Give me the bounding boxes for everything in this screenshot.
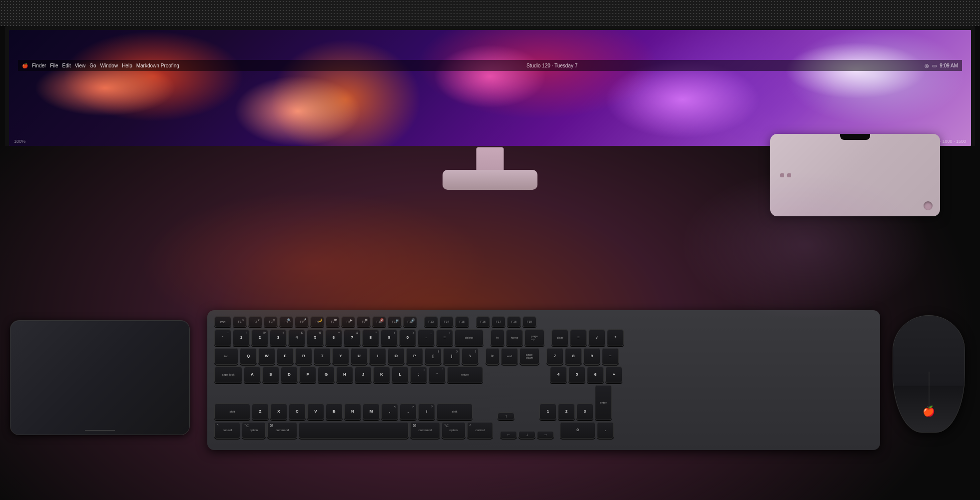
key-fn-special[interactable]: fn bbox=[490, 329, 504, 346]
key-numpad-dot[interactable]: . bbox=[597, 422, 614, 439]
key-f14[interactable]: F14 bbox=[440, 316, 454, 327]
key-u[interactable]: U bbox=[351, 348, 368, 365]
key-numpad-6[interactable]: 6 bbox=[587, 366, 604, 383]
key-capslock[interactable]: caps lock bbox=[214, 366, 242, 383]
key-numpad-5[interactable]: 5 bbox=[568, 366, 585, 383]
key-f16[interactable]: F16 bbox=[476, 316, 490, 327]
key-f12[interactable]: 🔊F12 bbox=[403, 316, 417, 327]
key-pageup[interactable]: pageup bbox=[524, 329, 544, 346]
key-lbracket[interactable]: {[ bbox=[425, 348, 442, 365]
key-arrow-up[interactable]: ↑ bbox=[497, 412, 514, 420]
key-pagedown[interactable]: pagedown bbox=[519, 348, 539, 365]
key-delete[interactable]: delete bbox=[455, 329, 484, 346]
key-numpad-7[interactable]: 7 bbox=[546, 348, 563, 365]
key-f13[interactable]: F13 bbox=[424, 316, 438, 327]
key-y[interactable]: Y bbox=[332, 348, 349, 365]
window-menu[interactable]: Window bbox=[100, 63, 118, 68]
app-name[interactable]: Markdown Proofing bbox=[136, 63, 179, 68]
key-f4[interactable]: 🔍F4 bbox=[279, 316, 293, 327]
key-control-right[interactable]: ^control bbox=[467, 422, 493, 439]
key-f9[interactable]: ⏭F9 bbox=[357, 316, 371, 327]
key-m[interactable]: M bbox=[363, 403, 380, 420]
key-b[interactable]: B bbox=[326, 403, 343, 420]
key-arrow-left[interactable]: ← bbox=[500, 431, 517, 439]
key-f19[interactable]: F19 bbox=[522, 316, 536, 327]
key-f5[interactable]: 🎤F5 bbox=[295, 316, 309, 327]
key-shift-right[interactable]: shift bbox=[437, 403, 473, 420]
key-return[interactable]: return bbox=[447, 366, 483, 383]
key-numpad-3[interactable]: 3 bbox=[576, 403, 593, 420]
key-2[interactable]: @2 bbox=[251, 329, 268, 346]
key-q[interactable]: Q bbox=[240, 348, 257, 365]
help-menu[interactable]: Help bbox=[122, 63, 132, 68]
key-1[interactable]: !1 bbox=[233, 329, 250, 346]
key-semicolon[interactable]: :; bbox=[410, 366, 427, 383]
key-t[interactable]: T bbox=[314, 348, 331, 365]
key-s[interactable]: S bbox=[262, 366, 279, 383]
key-6[interactable]: ^6 bbox=[325, 329, 342, 346]
key-8[interactable]: *8 bbox=[362, 329, 379, 346]
magic-trackpad[interactable] bbox=[10, 320, 190, 435]
key-option-right[interactable]: ⌥option bbox=[442, 422, 466, 439]
key-j[interactable]: J bbox=[355, 366, 372, 383]
key-slash[interactable]: ?/ bbox=[418, 403, 435, 420]
key-0[interactable]: )0 bbox=[399, 329, 416, 346]
key-numpad-0[interactable]: 0 bbox=[560, 422, 595, 439]
key-f11[interactable]: 🔉F11 bbox=[388, 316, 402, 327]
magic-mouse[interactable]: 🍎 bbox=[893, 315, 965, 433]
go-menu[interactable]: Go bbox=[89, 63, 96, 68]
key-numpad-minus[interactable]: − bbox=[602, 348, 619, 365]
key-4[interactable]: $4 bbox=[288, 329, 305, 346]
key-k[interactable]: K bbox=[373, 366, 390, 383]
key-f3[interactable]: ⊞F3 bbox=[264, 316, 278, 327]
key-arrow-down[interactable]: ↓ bbox=[518, 431, 535, 439]
key-v[interactable]: V bbox=[307, 403, 324, 420]
key-end[interactable]: end bbox=[501, 348, 518, 365]
key-scroll[interactable]: ⊳ bbox=[486, 348, 499, 365]
key-z[interactable]: Z bbox=[252, 403, 269, 420]
key-tilde[interactable]: ~` bbox=[214, 329, 231, 346]
key-tab[interactable]: tab bbox=[214, 348, 238, 365]
key-f8[interactable]: ▶F8 bbox=[341, 316, 355, 327]
view-menu[interactable]: View bbox=[75, 63, 86, 68]
key-o[interactable]: O bbox=[388, 348, 405, 365]
key-a[interactable]: A bbox=[244, 366, 261, 383]
key-9[interactable]: (9 bbox=[381, 329, 398, 346]
key-numpad-8[interactable]: 8 bbox=[565, 348, 582, 365]
key-esc[interactable]: esc bbox=[214, 316, 231, 327]
key-numpad-4[interactable]: 4 bbox=[550, 366, 567, 383]
key-numpad-2[interactable]: 2 bbox=[558, 403, 575, 420]
key-period[interactable]: >. bbox=[400, 403, 417, 420]
key-f6[interactable]: 🌙F6 bbox=[310, 316, 324, 327]
key-d[interactable]: D bbox=[281, 366, 298, 383]
key-numpad-equals[interactable]: = bbox=[570, 329, 587, 346]
key-numpad-plus[interactable]: + bbox=[605, 366, 622, 383]
key-numpad-1[interactable]: 1 bbox=[539, 403, 556, 420]
key-space[interactable] bbox=[299, 422, 409, 439]
key-home[interactable]: home bbox=[506, 329, 523, 346]
file-menu[interactable]: File bbox=[50, 63, 58, 68]
key-f10[interactable]: 🔇F10 bbox=[372, 316, 386, 327]
key-rbracket[interactable]: }] bbox=[443, 348, 460, 365]
key-numpad-enter[interactable]: enter bbox=[595, 385, 612, 420]
key-f2[interactable]: ☀F2 bbox=[248, 316, 262, 327]
key-minus[interactable]: _- bbox=[418, 329, 435, 346]
key-g[interactable]: G bbox=[318, 366, 335, 383]
apple-menu[interactable]: 🍎 bbox=[22, 63, 28, 68]
key-numpad-divide[interactable]: / bbox=[588, 329, 605, 346]
key-w[interactable]: W bbox=[258, 348, 275, 365]
key-f[interactable]: F bbox=[299, 366, 316, 383]
power-button[interactable] bbox=[924, 201, 933, 210]
key-f7[interactable]: ⏮F7 bbox=[326, 316, 340, 327]
key-control-left[interactable]: ^control bbox=[214, 422, 240, 439]
key-p[interactable]: P bbox=[406, 348, 423, 365]
key-l[interactable]: L bbox=[392, 366, 409, 383]
key-command-left[interactable]: ⌘command bbox=[267, 422, 297, 439]
key-c[interactable]: C bbox=[289, 403, 306, 420]
key-i[interactable]: I bbox=[369, 348, 386, 365]
key-7[interactable]: &7 bbox=[344, 329, 361, 346]
key-f15[interactable]: F15 bbox=[455, 316, 469, 327]
key-arrow-right[interactable]: → bbox=[537, 431, 554, 439]
finder-menu[interactable]: Finder bbox=[32, 63, 46, 68]
key-numpad-clear[interactable]: clear bbox=[551, 329, 568, 346]
